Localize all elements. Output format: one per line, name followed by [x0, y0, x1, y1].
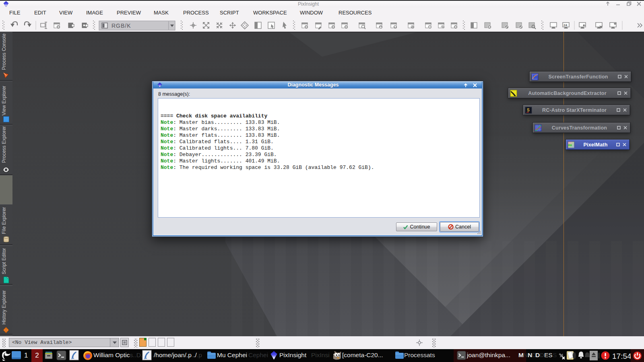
svg-text:S: S: [527, 108, 530, 112]
svg-text:24: 24: [564, 23, 567, 27]
svg-text:∞: ∞: [568, 141, 572, 148]
svg-text:RGB/K: RGB/K: [111, 23, 131, 29]
